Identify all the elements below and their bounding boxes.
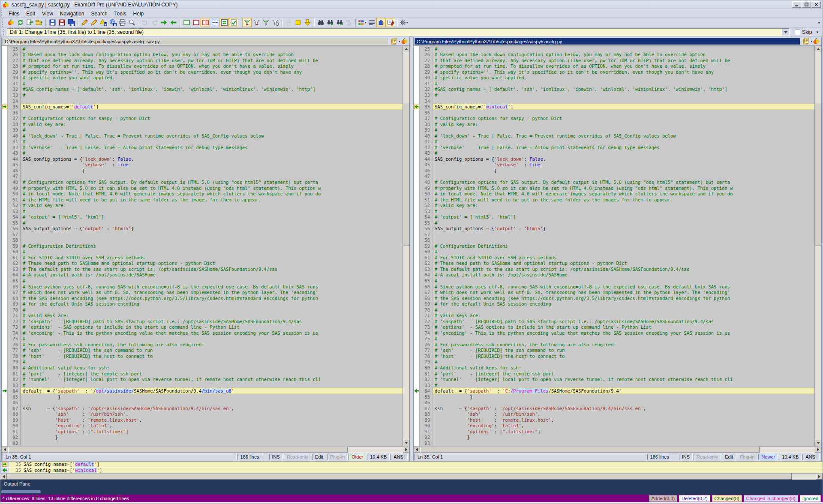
code-text[interactable]: 'host' : 'remote.linux.host', <box>21 417 402 423</box>
code-text[interactable]: # Based upon the lock_down configuration… <box>433 52 814 58</box>
code-text[interactable]: # 'verbose' - True | False. True = Allow… <box>21 144 402 150</box>
code-text[interactable]: # <box>21 127 402 133</box>
code-text[interactable]: # <box>21 220 402 226</box>
code-text[interactable]: # Additional valid keys for ssh: <box>21 365 402 371</box>
customize-icon[interactable] <box>386 18 395 27</box>
skip-checkbox[interactable] <box>795 30 800 35</box>
code-text[interactable]: # Since python uses utf-8, running SAS w… <box>21 284 402 290</box>
code-text[interactable]: 'options' : ["-fullstimer"] <box>21 429 402 435</box>
code-text[interactable]: SAS_output_options = {'output' : 'html5'… <box>21 225 402 231</box>
code-text[interactable]: # 'host' - [REQUIRED] the host to connec… <box>433 353 814 359</box>
code-text[interactable]: # that are defined already. Any necessar… <box>433 57 814 63</box>
code-text[interactable] <box>433 110 814 116</box>
scroll-right-button[interactable] <box>815 447 821 453</box>
code-text[interactable]: #SAS_config_names = ['default', 'ssh', '… <box>21 87 402 93</box>
code-text[interactable]: # Configuration Definitions <box>433 243 814 249</box>
find-icon[interactable] <box>316 18 325 27</box>
print-icon[interactable] <box>117 18 127 27</box>
second-file-path[interactable]: C:\Program Files\Python\Python37\Lib\sit… <box>415 38 800 45</box>
code-text[interactable]: # <box>433 336 814 342</box>
code-text[interactable]: 'verbose' : True <box>21 162 402 168</box>
code-text[interactable] <box>433 399 814 405</box>
open-files-icon[interactable] <box>34 18 44 27</box>
sync-scroll-icon[interactable] <box>219 18 229 27</box>
diff-lines-horizontal-scrollbar[interactable] <box>0 473 823 480</box>
replace-icon[interactable]: ABAB <box>344 18 354 27</box>
menu-navigation[interactable]: Navigation <box>57 10 88 18</box>
code-text[interactable]: # valid key are: <box>21 202 402 208</box>
code-text[interactable]: # 'port' - [integer] the remote ssh port <box>21 371 402 377</box>
code-text[interactable]: # <box>433 249 814 255</box>
save-all-icon[interactable] <box>66 18 76 27</box>
vertical-scroll-thumb[interactable] <box>815 103 821 246</box>
code-text[interactable]: # for the default Unix SAS session encod… <box>21 301 402 307</box>
code-text[interactable] <box>433 440 814 446</box>
first-file-vertical-scrollbar[interactable] <box>402 46 409 446</box>
code-text[interactable]: # <box>433 81 814 87</box>
code-text[interactable]: # 'verbose' - True | False. True = Allow… <box>433 144 814 150</box>
code-text[interactable]: # Configuration options for saspy - pyth… <box>433 115 814 121</box>
code-text[interactable]: # 'tunnel' - [integer] local port to ope… <box>21 376 402 382</box>
code-text[interactable]: 'ssh' : '/usr/bin/ssh', <box>433 411 814 417</box>
code-text[interactable]: # in local mode. Note that HTML 4.0 will… <box>21 191 402 197</box>
second-file-compare-icon[interactable] <box>812 37 820 46</box>
diff-marker-icon[interactable] <box>414 105 419 109</box>
code-text[interactable]: } <box>433 394 814 400</box>
previous-diff-icon[interactable] <box>284 18 293 27</box>
find-prev-icon[interactable] <box>335 18 344 27</box>
show-identical-icon[interactable] <box>182 18 191 27</box>
code-text[interactable]: # valid key are: <box>433 202 814 208</box>
diff-marker-icon[interactable] <box>2 105 7 109</box>
code-text[interactable]: # 'encoding' - This is the python encodi… <box>21 330 402 336</box>
code-text[interactable]: ssh = {'saspath' : '/opt/sasinside/SASHo… <box>433 405 814 411</box>
menu-files[interactable]: Files <box>5 10 23 18</box>
save-diffs-icon[interactable] <box>99 18 108 27</box>
next-diff-icon[interactable] <box>303 18 312 27</box>
scroll-up-button[interactable] <box>815 46 821 52</box>
code-text[interactable] <box>21 237 402 243</box>
code-text[interactable]: # The default path to the sas start up s… <box>433 266 814 272</box>
first-file-horizontal-scrollbar[interactable] <box>2 446 409 453</box>
code-text[interactable]: # <box>21 382 402 388</box>
code-text[interactable]: 'ssh' : '/usr/bin/ssh', <box>21 411 402 417</box>
second-file-vertical-scrollbar[interactable] <box>814 46 821 446</box>
scroll-down-button[interactable] <box>403 440 409 446</box>
plugins-icon[interactable] <box>376 18 386 27</box>
menu-help[interactable]: Help <box>130 10 147 18</box>
code-text[interactable]: # <box>433 278 814 284</box>
word-wrap-icon[interactable] <box>367 18 376 27</box>
code-text[interactable]: # <box>433 220 814 226</box>
code-text[interactable]: SAS_config_names=['winlocal'] <box>433 104 814 110</box>
code-text[interactable]: # <box>21 249 402 255</box>
filter-all-icon[interactable] <box>242 18 252 27</box>
output-pane-scrollbar[interactable] <box>1 490 41 493</box>
code-text[interactable]: # 'ssh' - [REQUIRED] the ssh command to … <box>433 348 814 354</box>
code-text[interactable]: # valid keys are: <box>21 312 402 318</box>
code-text[interactable] <box>21 231 402 237</box>
code-text[interactable]: # 'output' = ['html5', 'html'] <box>21 214 402 220</box>
diff-combo-dropdown[interactable] <box>782 29 789 36</box>
code-text[interactable]: 'options' : ["-fullstimer"] <box>433 429 814 435</box>
recompare-icon[interactable] <box>15 18 25 27</box>
code-text[interactable]: SAS_config_options = {'lock_down': False… <box>21 156 402 162</box>
code-text[interactable]: # Since python uses utf-8, running SAS w… <box>433 284 814 290</box>
recompare-swap-icon[interactable] <box>25 18 34 27</box>
code-text[interactable]: # 'encoding' - This is the python encodi… <box>433 330 814 336</box>
code-text[interactable]: # valid key are: <box>433 121 814 127</box>
copy-left-to-right-icon[interactable] <box>159 18 168 27</box>
diffbar-grip[interactable] <box>3 29 5 35</box>
code-text[interactable]: # properly with HTML 5.0 so it can also … <box>21 185 402 191</box>
code-text[interactable]: # <box>433 92 814 98</box>
code-text[interactable]: # <box>21 81 402 87</box>
code-text[interactable]: default = {'saspath' : '/opt/sasinside/S… <box>21 388 402 394</box>
edit-first-icon[interactable] <box>80 18 89 27</box>
second-file-horizontal-scrollbar[interactable] <box>414 446 821 453</box>
code-text[interactable]: # that are defined already. Any necessar… <box>21 57 402 63</box>
code-text[interactable]: } <box>21 394 402 400</box>
filter-changed-icon[interactable] <box>261 18 270 27</box>
code-text[interactable] <box>21 174 402 180</box>
print-preview-icon[interactable] <box>127 18 136 27</box>
code-text[interactable]: #SAS_config_names = ['default', 'ssh', '… <box>433 87 814 93</box>
code-text[interactable] <box>21 110 402 116</box>
code-text[interactable]: # <box>433 307 814 313</box>
